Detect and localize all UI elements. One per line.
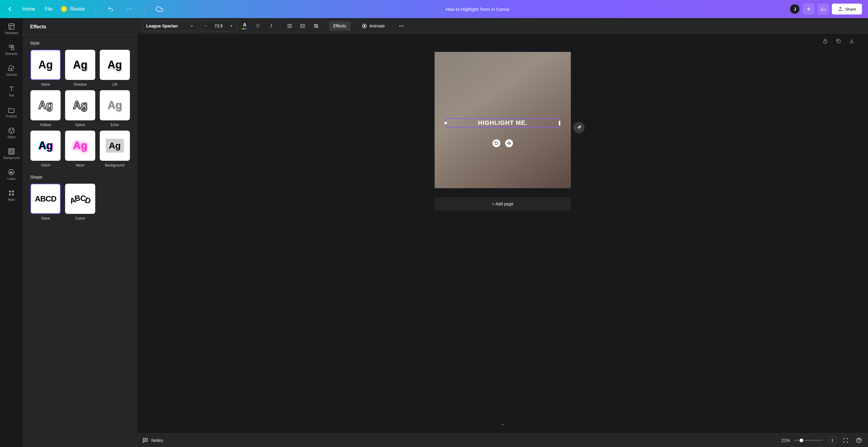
expand-button[interactable] [841, 436, 850, 445]
svg-point-14 [399, 25, 400, 26]
spacing-button[interactable] [311, 21, 321, 31]
share-button[interactable]: Share [832, 4, 862, 14]
font-select[interactable]: League Spartan [142, 21, 198, 31]
animate-button[interactable]: Animate [358, 21, 389, 31]
divider [392, 22, 393, 30]
divider [354, 22, 354, 30]
size-minus-button[interactable]: − [200, 21, 211, 31]
svg-rect-7 [12, 190, 14, 192]
effect-label: Splice [75, 123, 85, 127]
canvas-page[interactable]: HIGHLIGHT ME. [435, 52, 571, 188]
effect-label: Background [105, 163, 124, 168]
resize-handle-right[interactable] [559, 121, 560, 125]
effect-neon[interactable]: Ag Neon [65, 130, 96, 168]
collapse-button[interactable] [500, 422, 505, 428]
canva-logo-icon[interactable] [6, 5, 14, 13]
svg-point-19 [580, 126, 581, 127]
zoom-slider[interactable] [794, 440, 823, 441]
effect-splice[interactable]: Ag Splice [65, 90, 96, 127]
effect-shadow[interactable]: Ag Shadow [65, 50, 96, 87]
document-title-input[interactable] [417, 7, 538, 12]
bold-button[interactable]: B [253, 21, 264, 31]
home-button[interactable]: Home [21, 4, 36, 14]
color-swatch [242, 28, 248, 29]
effect-background[interactable]: Ag Background [99, 130, 130, 168]
text-toolbar: League Spartan − + A B I [137, 18, 868, 34]
zoom-label[interactable]: 21% [781, 438, 790, 443]
rail-label: Background [3, 156, 19, 159]
svg-point-16 [403, 25, 404, 26]
canvas-viewport: HIGHLIGHT ME. + Add page [137, 34, 868, 433]
size-plus-button[interactable]: + [226, 21, 237, 31]
divider [325, 22, 326, 30]
effect-label: Neon [76, 163, 85, 168]
list-button[interactable] [298, 21, 308, 31]
rail-projects[interactable]: Projects [0, 105, 23, 119]
top-bar: Home File ♛ Resize J Share [0, 0, 868, 18]
effect-hollow[interactable]: Ag Hollow [30, 90, 61, 127]
redo-button[interactable] [124, 4, 134, 14]
svg-rect-6 [9, 190, 11, 192]
rail-logos[interactable]: co. Logos [0, 168, 23, 182]
move-button[interactable] [505, 139, 513, 147]
font-name: League Spartan [146, 24, 178, 28]
shape-curve[interactable]: ABCD Curve [65, 184, 96, 220]
size-input[interactable] [211, 21, 226, 31]
divider [280, 22, 281, 30]
panel-title: Effects [23, 18, 137, 34]
effect-none[interactable]: Ag None [30, 50, 61, 87]
effect-glitch[interactable]: Ag Glitch [30, 130, 61, 168]
add-element-button[interactable] [573, 122, 585, 133]
file-button[interactable]: File [44, 4, 54, 14]
add-page-button[interactable]: + Add page [435, 197, 571, 211]
rotate-button[interactable] [493, 139, 500, 147]
zoom-thumb[interactable] [800, 439, 803, 442]
rail-label: Elements [5, 52, 18, 56]
resize-handle-left[interactable] [444, 122, 447, 124]
shape-none[interactable]: ABCD None [30, 184, 61, 220]
crown-icon: ♛ [61, 6, 67, 12]
svg-rect-17 [824, 41, 827, 43]
rail-elements[interactable]: Elements [0, 42, 23, 57]
lock-button[interactable] [821, 37, 830, 45]
cloud-sync-icon[interactable] [154, 4, 165, 14]
effects-panel: Effects Style Ag None Ag Shadow Ag Lift … [23, 18, 137, 447]
effect-echo[interactable]: Ag Echo [99, 90, 130, 127]
svg-point-12 [301, 27, 301, 28]
italic-button[interactable]: I [266, 21, 277, 31]
rail-label: Projects [6, 115, 17, 118]
rail-label: Templates [4, 31, 19, 35]
rail-text[interactable]: Text [0, 84, 23, 98]
text-content[interactable]: HIGHLIGHT ME. [448, 119, 557, 126]
svg-rect-9 [12, 193, 14, 196]
undo-button[interactable] [105, 4, 116, 14]
add-member-button[interactable] [803, 3, 814, 15]
effect-label: Echo [111, 123, 119, 127]
help-button[interactable] [855, 436, 863, 445]
export-button[interactable] [847, 37, 856, 45]
svg-point-3 [9, 128, 14, 133]
insights-button[interactable] [817, 3, 829, 15]
rail-styles[interactable]: Styles [0, 126, 23, 140]
rail-apps[interactable]: Apps [0, 188, 23, 202]
align-button[interactable] [284, 21, 295, 31]
resize-button[interactable]: ♛ Resize [61, 4, 86, 14]
notes-label: Notes [151, 438, 163, 443]
svg-point-15 [401, 25, 402, 26]
avatar[interactable]: J [789, 4, 800, 14]
upload-icon [838, 7, 843, 11]
notes-button[interactable]: Notes [142, 437, 163, 443]
font-size-stepper[interactable]: − + [200, 21, 237, 31]
text-element[interactable]: HIGHLIGHT ME. [445, 118, 560, 127]
page-indicator[interactable]: 1 [828, 437, 837, 444]
effect-lift[interactable]: Ag Lift [99, 50, 130, 87]
rail-background[interactable]: Background [0, 147, 23, 161]
text-color-button[interactable]: A [239, 21, 250, 31]
more-button[interactable] [396, 21, 407, 31]
duplicate-button[interactable] [834, 37, 843, 45]
animate-label: Animate [370, 24, 385, 28]
effects-button[interactable]: Effects [329, 21, 350, 31]
rail-uploads[interactable]: Uploads [0, 63, 23, 78]
rail-templates[interactable]: Templates [0, 22, 23, 36]
shape-heading: Shape [30, 175, 130, 179]
